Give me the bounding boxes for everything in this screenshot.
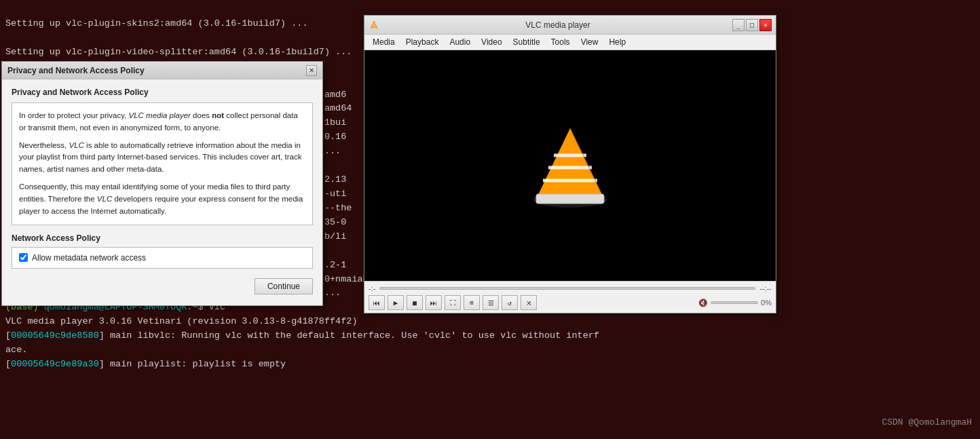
vlc-cone-logo (529, 121, 611, 210)
vlc-volume-area: 🔇 0% (698, 299, 772, 307)
vlc-play-button[interactable]: ▶ (388, 295, 404, 310)
vlc-random-button[interactable]: ⤨ (521, 295, 537, 310)
vlc-time-remaining: --:-- (759, 284, 772, 292)
allow-metadata-checkbox[interactable] (19, 253, 28, 262)
network-section-title: Network Access Policy (12, 233, 313, 243)
vlc-progress-row: -:- --:-- (369, 284, 772, 292)
vlc-close-button[interactable]: ✕ (759, 19, 772, 31)
svg-point-4 (371, 28, 377, 30)
vlc-menu-playback[interactable]: Playback (400, 36, 445, 48)
vlc-loop-button[interactable]: ↺ (502, 295, 518, 310)
watermark: CSDN @QomolangmaH (882, 416, 972, 430)
vlc-menu-help[interactable]: Help (603, 36, 631, 48)
vlc-volume-slider[interactable] (711, 301, 758, 304)
vlc-seek-bar[interactable] (379, 287, 755, 290)
privacy-footer: Continue (12, 278, 313, 297)
vlc-menu-audio[interactable]: Audio (444, 36, 476, 48)
vlc-menubar: Media Playback Audio Video Subtitle Tool… (364, 35, 776, 50)
privacy-dialog-body: Privacy and Network Access Policy In ord… (2, 79, 322, 305)
privacy-section-title: Privacy and Network Access Policy (12, 88, 313, 97)
vlc-menu-video[interactable]: Video (476, 36, 507, 48)
privacy-dialog-close-button[interactable]: ✕ (306, 65, 317, 76)
vlc-menu-view[interactable]: View (576, 36, 604, 48)
vlc-maximize-button[interactable]: □ (746, 19, 758, 31)
vlc-next-button[interactable]: ⏭ (426, 295, 442, 310)
vlc-volume-icon: 🔇 (698, 299, 708, 307)
svg-marker-0 (371, 21, 377, 28)
vlc-window-title: VLC media player (383, 20, 732, 30)
vlc-video-screen (364, 50, 776, 281)
svg-marker-6 (538, 128, 603, 196)
vlc-window-controls: _ □ ✕ (732, 19, 772, 31)
vlc-playlist-button[interactable]: ☰ (483, 295, 499, 310)
vlc-menu-tools[interactable]: Tools (546, 36, 576, 48)
svg-rect-11 (536, 194, 604, 204)
vlc-menu-subtitle[interactable]: Subtitle (508, 36, 546, 48)
privacy-text-box: In order to protect your privacy, VLC me… (12, 102, 313, 225)
privacy-para-1: In order to protect your privacy, VLC me… (19, 110, 305, 134)
vlc-time-elapsed: -:- (369, 284, 375, 292)
privacy-dialog: Privacy and Network Access Policy ✕ Priv… (1, 61, 323, 306)
vlc-titlebar-icon (369, 20, 379, 31)
vlc-extended-button[interactable]: ⊞ (464, 295, 480, 310)
network-checkbox-area: Allow metadata network access (12, 247, 313, 269)
vlc-buttons-row: ⏮ ▶ ■ ⏭ ⛶ ⊞ ☰ ↺ ⤨ 🔇 0% (369, 295, 772, 310)
vlc-minimize-button[interactable]: _ (732, 19, 745, 31)
privacy-para-2: Nevertheless, VLC is able to automatical… (19, 140, 305, 176)
terminal-line-1: Setting up vlc-plugin-skins2:amd64 (3.0.… (5, 18, 308, 28)
privacy-dialog-titlebar: Privacy and Network Access Policy ✕ (2, 62, 322, 79)
vlc-player-window: VLC media player _ □ ✕ Media Playback Au… (364, 15, 776, 313)
vlc-volume-label: 0% (761, 299, 772, 307)
vlc-stop-button[interactable]: ■ (407, 295, 423, 310)
vlc-fullscreen-button[interactable]: ⛶ (445, 295, 461, 310)
vlc-controls-bar: -:- --:-- ⏮ ▶ ■ ⏭ ⛶ ⊞ ☰ ↺ ⤨ 🔇 0% (364, 281, 776, 313)
allow-metadata-label: Allow metadata network access (32, 253, 146, 263)
continue-button[interactable]: Continue (255, 278, 313, 294)
vlc-prev-button[interactable]: ⏮ (369, 295, 385, 310)
privacy-dialog-title: Privacy and Network Access Policy (7, 66, 306, 75)
vlc-menu-media[interactable]: Media (367, 36, 400, 48)
privacy-para-3: Consequently, this may entail identifyin… (19, 181, 305, 217)
vlc-titlebar: VLC media player _ □ ✕ (364, 16, 776, 35)
